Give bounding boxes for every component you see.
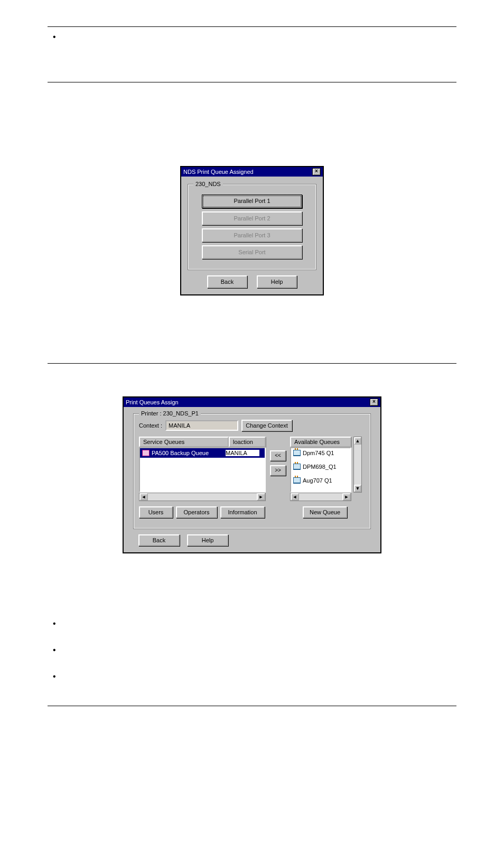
port-group: 230_NDS Parallel Port 1 Parallel Port 2 … (188, 181, 316, 270)
horizontal-scrollbar[interactable]: ◄ ► (290, 493, 351, 501)
location-header[interactable]: loaction (229, 437, 266, 447)
bullet-dot: • (53, 32, 56, 42)
titlebar: Print Queues Assign × (124, 397, 380, 407)
move-left-button[interactable]: << (270, 450, 286, 461)
available-queues-header[interactable]: Available Queues (290, 437, 351, 447)
scroll-right-icon[interactable]: ► (257, 493, 265, 501)
users-button[interactable]: Users (139, 506, 173, 518)
back-button[interactable]: Back (138, 534, 180, 546)
close-icon[interactable]: × (312, 168, 321, 175)
printer-group: Printer : 230_NDS_P1 Context : MANILA Ch… (133, 410, 371, 529)
scroll-right-icon[interactable]: ► (342, 493, 351, 501)
parallel-port-3-button: Parallel Port 3 (202, 228, 302, 242)
help-button[interactable]: Help (187, 534, 228, 546)
queue-location: MANILA (226, 450, 259, 456)
context-label: Context : (139, 422, 162, 429)
help-button[interactable]: Help (257, 275, 297, 288)
bullet-item: • (53, 32, 456, 42)
group-legend: Printer : 230_NDS_P1 (139, 410, 201, 417)
bullet-dot: • (53, 672, 56, 681)
list-item[interactable]: Aug707 Q1 (291, 476, 350, 485)
parallel-port-2-button: Parallel Port 2 (202, 211, 302, 225)
service-queues-panel: Service Queues loaction PA500 Backup Que… (139, 437, 266, 501)
list-item[interactable]: DPM698_Q1 (291, 462, 350, 471)
queue-name: DPM698_Q1 (303, 464, 337, 470)
close-icon[interactable]: × (370, 399, 378, 406)
operators-button[interactable]: Operators (176, 506, 217, 518)
queue-icon (293, 464, 301, 470)
queue-icon (142, 450, 150, 456)
change-context-button[interactable]: Change Context (241, 420, 292, 431)
service-queues-list[interactable]: PA500 Backup Queue MANILA (139, 447, 266, 493)
queue-icon (293, 477, 301, 484)
bullet-item: • (53, 645, 456, 655)
scroll-left-icon[interactable]: ◄ (139, 493, 148, 501)
queue-name: Dpm745 Q1 (303, 450, 334, 456)
group-legend: 230_NDS (193, 181, 223, 187)
list-item[interactable]: Dpm745 Q1 (291, 448, 350, 458)
nds-print-queue-assigned-dialog: NDS Print Queue Assigned × 230_NDS Paral… (180, 166, 324, 295)
horizontal-scrollbar[interactable]: ◄ ► (139, 493, 266, 501)
scroll-left-icon[interactable]: ◄ (291, 493, 299, 501)
queue-icon (293, 450, 301, 456)
bullet-dot: • (53, 645, 56, 655)
titlebar-text: Print Queues Assign (126, 399, 179, 405)
available-queues-panel: Available Queues Dpm745 Q1 DPM698_Q1 (290, 437, 362, 501)
list-item[interactable]: PA500 Backup Queue MANILA (140, 448, 265, 458)
service-queues-header[interactable]: Service Queues (139, 437, 229, 447)
queue-name: PA500 Backup Queue (152, 450, 209, 456)
titlebar: NDS Print Queue Assigned × (181, 167, 323, 177)
move-right-button[interactable]: >> (270, 465, 286, 476)
queue-name: Aug707 Q1 (303, 477, 332, 484)
new-queue-button[interactable]: New Queue (303, 506, 347, 518)
information-button[interactable]: Information (220, 506, 265, 518)
print-queues-assign-dialog: Print Queues Assign × Printer : 230_NDS_… (123, 396, 381, 553)
back-button[interactable]: Back (207, 275, 247, 288)
bullet-item: • (53, 672, 456, 681)
vertical-scrollbar[interactable]: ▲ ▼ (353, 437, 362, 493)
context-field[interactable]: MANILA (165, 420, 238, 431)
bullet-item: • (53, 619, 456, 628)
scroll-down-icon[interactable]: ▼ (354, 485, 361, 492)
parallel-port-1-button[interactable]: Parallel Port 1 (202, 195, 302, 208)
scroll-up-icon[interactable]: ▲ (354, 437, 361, 445)
bullet-dot: • (53, 619, 56, 628)
titlebar-text: NDS Print Queue Assigned (183, 169, 254, 175)
available-queues-list[interactable]: Dpm745 Q1 DPM698_Q1 Aug707 Q1 (290, 447, 351, 493)
serial-port-button: Serial Port (202, 245, 302, 259)
